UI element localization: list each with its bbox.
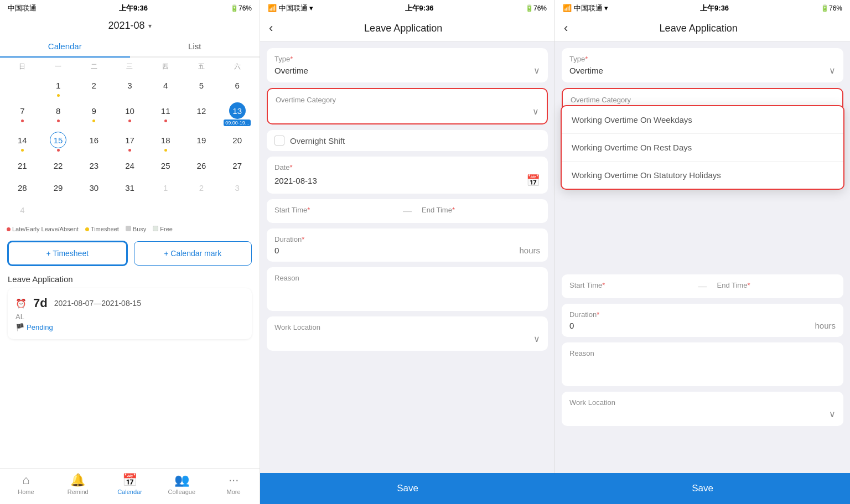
calendar-day-2[interactable]: 2 [76,75,112,99]
dropdown-option-weekdays[interactable]: Working Overtime On Weekdays [562,106,843,134]
bottom-nav: ⌂ Home 🔔 Remind 📅 Calendar 👥 Colleague ·… [0,468,260,504]
weekday-3: 三 [112,60,148,74]
calendar-day-26[interactable]: 26 [184,155,220,176]
calendar-day-29[interactable]: 29 [40,177,76,198]
calendar-day-14[interactable]: 14 [4,129,40,154]
calendar-day-9[interactable]: 9 [76,100,112,128]
end-time-field: End Time* [414,199,548,223]
calendar-day-22[interactable]: 22 [40,155,76,176]
calendar-day-10[interactable]: 10 [112,100,148,128]
end-time-label: End Time* [422,206,540,214]
calendar-day-sep4[interactable]: 4 [4,199,40,220]
calendar-day-1[interactable]: 1 [40,75,76,99]
type-field-3: Type* Overtime ∨ [562,48,843,82]
type-dropdown-3[interactable]: Overtime ∨ [569,65,836,76]
nav-remind[interactable]: 🔔 Remind [52,473,104,495]
overtime-category-dropdown[interactable]: ∨ [276,106,539,117]
work-location-card: Work Location ∨ [267,316,548,351]
calendar-day-sep2[interactable]: 2 [184,177,220,198]
calendar-day-28[interactable]: 28 [4,177,40,198]
calendar-day-31[interactable]: 31 [112,177,148,198]
reason-value-3[interactable] [569,360,836,380]
calendar-day-7[interactable]: 7 [4,100,40,128]
calendar-day-11[interactable]: 11 [148,100,184,128]
type-chevron-icon: ∨ [533,65,540,76]
back-button[interactable]: ‹ [269,22,273,34]
calendar-day-empty [4,75,40,99]
time-separator-3: — [696,274,709,298]
nav-home-label: Home [18,489,34,495]
calendar-legend: Late/Early Leave/Absent Timesheet Busy F… [0,222,260,236]
status-bar-2: 📶 中国联通 ▾ 上午9:36 🔋76% [260,0,554,15]
calendar-month-dropdown-icon[interactable]: ▾ [148,22,152,30]
calendar-month-title: 2021-08 [108,20,144,32]
leave-card[interactable]: ⏰ 7d 2021-08-07—2021-08-15 AL 🏴 Pending [8,288,252,339]
calendar-day-23[interactable]: 23 [76,155,112,176]
nav-colleague[interactable]: 👥 Colleague [156,473,208,495]
calendar-day-19[interactable]: 19 [184,129,220,154]
calendar-day-27[interactable]: 27 [219,155,255,176]
calendar-mark-button[interactable]: + Calendar mark [134,241,252,266]
reason-field-3: Reason [562,342,843,386]
work-location-label: Work Location [274,323,540,331]
calendar-day-sep3[interactable]: 3 [219,177,255,198]
date-field[interactable]: Date* 2021-08-13 📅 [267,157,548,194]
nav-calendar[interactable]: 📅 Calendar [104,473,156,495]
calendar-day-6[interactable]: 6 [219,75,255,99]
calendar-day-16[interactable]: 16 [76,129,112,154]
time-3: 上午9:36 [700,3,729,13]
calendar-day-17[interactable]: 17 [112,129,148,154]
time-row-3: Start Time* — End Time* [562,274,843,298]
calendar-day-13[interactable]: 13 09:00-19... [219,100,255,128]
calendar-picker-icon[interactable]: 📅 [526,174,540,187]
dropdown-option-restdays[interactable]: Working Overtime On Rest Days [562,134,843,162]
nav-more[interactable]: ··· More [208,473,260,495]
calendar-day-12[interactable]: 12 [184,100,220,128]
back-button-3[interactable]: ‹ [564,22,568,34]
calendar-month-header[interactable]: 2021-08 ▾ [0,15,260,36]
calendar-day-15[interactable]: 15 [40,129,76,154]
status-bar-3: 📶 中国联通 ▾ 上午9:36 🔋76% [555,0,850,15]
calendar-day-8[interactable]: 8 [40,100,76,128]
calendar-day-sep1[interactable]: 1 [148,177,184,198]
calendar-day-5[interactable]: 5 [184,75,220,99]
leave-duration: 7d [33,296,48,310]
nav-home[interactable]: ⌂ Home [0,473,52,495]
work-location-dropdown-3[interactable]: ∨ [569,409,836,419]
duration-card-3: Duration* 0 hours [562,304,843,337]
start-time-label: Start Time* [274,206,393,214]
save-button[interactable]: Save [260,473,555,504]
tab-list[interactable]: List [130,36,260,56]
reason-value[interactable] [274,284,540,304]
calendar-day-21[interactable]: 21 [4,155,40,176]
save-button-3[interactable]: Save [555,473,850,504]
calendar-day-18[interactable]: 18 [148,129,184,154]
work-location-chevron-icon: ∨ [533,334,540,344]
calendar-grid: 日 一 二 三 四 五 六 1 2 3 4 5 6 7 8 9 10 11 12… [0,58,260,222]
reason-field: Reason [267,267,548,311]
save-button-container-3: Save [555,473,850,504]
overnight-shift-row: Overnight Shift [267,130,548,151]
calendar-day-25[interactable]: 25 [148,155,184,176]
leave-dates: 2021-08-07—2021-08-15 [54,299,141,308]
duration-value: 0 [274,246,279,255]
dropdown-option-holidays[interactable]: Working Overtime On Statutory Holidays [562,162,843,189]
calendar-day-24[interactable]: 24 [112,155,148,176]
calendar-day-20[interactable]: 20 [219,129,255,154]
work-location-dropdown[interactable]: ∨ [274,334,540,344]
calendar-day-4[interactable]: 4 [148,75,184,99]
type-card: Type* Overtime ∨ [267,48,548,82]
calendar-day-3[interactable]: 3 [112,75,148,99]
overnight-shift-checkbox[interactable] [274,136,284,146]
tab-calendar[interactable]: Calendar [0,36,130,56]
duration-card: Duration* 0 hours [267,228,548,262]
timesheet-button[interactable]: + Timesheet [8,241,127,266]
date-label: Date* [274,163,540,172]
calendar-day-30[interactable]: 30 [76,177,112,198]
form-header: ‹ Leave Application [260,15,554,41]
work-location-card-3: Work Location ∨ [562,392,843,426]
calendar-nav-icon: 📅 [122,473,137,487]
leave-status: 🏴 Pending [15,323,244,331]
type-dropdown[interactable]: Overtime ∨ [274,65,540,76]
overtime-category-dropdown-overlay: Working Overtime On Weekdays Working Ove… [561,105,844,190]
